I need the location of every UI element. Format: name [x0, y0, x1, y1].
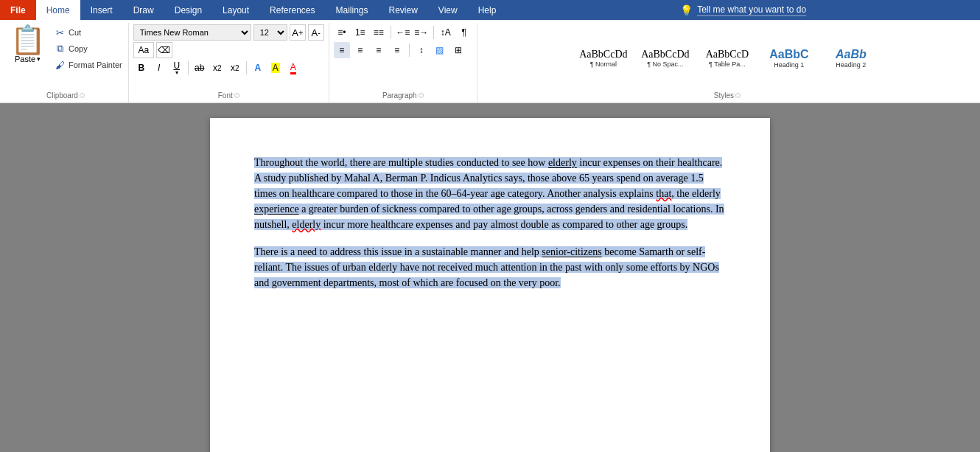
increase-indent-button[interactable]: ≡→	[413, 24, 430, 41]
word-experience: experience	[254, 204, 299, 215]
paragraph-group-label: Paragraph ⬡	[334, 91, 472, 101]
document-page[interactable]: Throughout the world, there are multiple…	[210, 118, 770, 452]
text-highlight-button[interactable]: A	[267, 60, 284, 76]
align-center-button[interactable]: ≡	[352, 42, 368, 58]
line-spacing-button[interactable]: ↕	[413, 42, 430, 58]
document-area[interactable]: Throughout the world, there are multiple…	[0, 103, 980, 452]
tab-references[interactable]: References	[259, 0, 325, 20]
shading-button[interactable]: ▨	[432, 42, 448, 58]
styles-group-label: Styles ⬡	[482, 91, 973, 101]
paragraph-1[interactable]: Throughout the world, there are multiple…	[254, 155, 726, 232]
style-normal[interactable]: AaBbCcDd ¶ Normal	[574, 46, 633, 70]
show-marks-button[interactable]: ¶	[456, 24, 472, 41]
format-separator2	[246, 61, 247, 74]
cut-label: Cut	[69, 28, 81, 37]
style-table-preview: AaBbCcD	[706, 49, 749, 60]
tab-design[interactable]: Design	[164, 0, 212, 20]
style-h2-label: Heading 2	[836, 61, 866, 69]
format-separator	[188, 61, 189, 74]
copy-button[interactable]: ⧉ Copy	[52, 41, 124, 57]
style-table-paragraph[interactable]: AaBbCcD ¶ Table Pa...	[698, 46, 757, 70]
styles-group: AaBbCcDd ¶ Normal AaBbCcDd ¶ No Spac... …	[477, 23, 977, 102]
italic-button[interactable]: I	[151, 60, 167, 76]
font-format-row: B I U ▾ ab x2 x2 A A A	[133, 60, 301, 76]
strikethrough-button[interactable]: ab	[192, 60, 208, 76]
copy-icon: ⧉	[54, 43, 66, 55]
tab-layout[interactable]: Layout	[212, 0, 259, 20]
font-name-row: Times New Roman 12 A+ A-	[133, 24, 324, 41]
clipboard-group-label: Clipboard ⬡	[7, 91, 124, 101]
underline-dropdown[interactable]: ▾	[175, 69, 178, 76]
paragraph-row2: ≡ ≡ ≡ ≡ ↕ ▨ ⊞	[334, 42, 466, 58]
font-options-row: Aa ⌫	[133, 42, 172, 58]
underline-button[interactable]: U ▾	[169, 60, 185, 76]
paste-label: Paste	[15, 55, 35, 63]
tab-draw[interactable]: Draw	[123, 0, 164, 20]
tab-mailings[interactable]: Mailings	[325, 0, 378, 20]
font-shrink-button[interactable]: A-	[308, 24, 324, 41]
tab-help[interactable]: Help	[468, 0, 507, 20]
tab-view[interactable]: View	[428, 0, 468, 20]
para-sep1	[391, 26, 391, 39]
font-group-label: Font ⬡	[133, 91, 324, 101]
bullets-button[interactable]: ≡•	[334, 24, 350, 41]
style-no-space-label: ¶ No Spac...	[647, 60, 683, 68]
font-name-select[interactable]: Times New Roman	[133, 24, 251, 41]
style-h2-preview: AaBb	[836, 48, 867, 61]
style-table-label: ¶ Table Pa...	[709, 60, 746, 68]
tab-file[interactable]: File	[0, 0, 36, 20]
style-h1-preview: AaBbC	[769, 48, 808, 61]
style-no-space[interactable]: AaBbCcDd ¶ No Spac...	[636, 46, 695, 70]
copy-label: Copy	[69, 44, 88, 53]
bold-button[interactable]: B	[133, 60, 150, 76]
style-normal-label: ¶ Normal	[590, 60, 617, 68]
word-senior-citizens: senior-citizens	[542, 246, 601, 257]
borders-button[interactable]: ⊞	[450, 42, 466, 58]
style-normal-preview: AaBbCcDd	[579, 49, 627, 60]
font-color-button[interactable]: A	[285, 60, 301, 76]
cut-icon: ✂	[54, 27, 66, 38]
clear-formatting-button[interactable]: ⌫	[156, 42, 172, 58]
text-effects-button[interactable]: A	[250, 60, 266, 76]
font-group: Times New Roman 12 A+ A- Aa ⌫ B I U	[129, 23, 329, 102]
paste-button[interactable]: 📋 Paste ▾	[7, 24, 48, 65]
subscript-button[interactable]: x2	[209, 60, 225, 76]
paragraph-2[interactable]: There is a need to address this issue in…	[254, 244, 726, 291]
styles-expander[interactable]: ⬡	[735, 92, 741, 99]
tab-home[interactable]: Home	[36, 0, 80, 20]
decrease-indent-button[interactable]: ←≡	[395, 24, 411, 41]
tab-review[interactable]: Review	[379, 0, 428, 20]
font-case-button[interactable]: Aa	[133, 42, 154, 58]
font-size-select[interactable]: 12	[253, 24, 287, 41]
style-heading1[interactable]: AaBbC Heading 1	[760, 46, 819, 71]
ribbon-content: 📋 Paste ▾ ✂ Cut ⧉ Copy	[0, 20, 980, 102]
justify-button[interactable]: ≡	[389, 42, 405, 58]
paste-dropdown-arrow[interactable]: ▾	[37, 55, 41, 63]
sort-button[interactable]: ↕A	[438, 24, 454, 41]
font-grow-button[interactable]: A+	[290, 24, 306, 41]
superscript-button[interactable]: x2	[227, 60, 243, 76]
align-right-button[interactable]: ≡	[371, 42, 387, 58]
clipboard-group: 📋 Paste ▾ ✂ Cut ⧉ Copy	[3, 23, 129, 102]
styles-items: AaBbCcDd ¶ Normal AaBbCcDd ¶ No Spac... …	[574, 24, 881, 91]
tell-me-input[interactable]: Tell me what you want to do	[697, 4, 806, 16]
clipboard-expander[interactable]: ⬡	[80, 92, 85, 99]
document-text[interactable]: Throughout the world, there are multiple…	[254, 155, 726, 291]
align-left-button[interactable]: ≡	[334, 42, 350, 58]
para-sep3	[409, 44, 410, 57]
font-expander[interactable]: ⬡	[234, 92, 239, 99]
paragraph-group: ≡• 1≡ ≡≡ ←≡ ≡→ ↕A ¶ ≡ ≡ ≡ ≡ ↕	[329, 23, 477, 102]
format-painter-button[interactable]: 🖌 Format Painter	[52, 57, 124, 73]
paragraph-expander[interactable]: ⬡	[419, 92, 424, 99]
style-h1-label: Heading 1	[774, 61, 804, 69]
tab-insert[interactable]: Insert	[80, 0, 123, 20]
ribbon-tab-bar: File Home Insert Draw Design Layout Refe…	[0, 0, 980, 20]
numbering-button[interactable]: 1≡	[352, 24, 368, 41]
paragraph-row1: ≡• 1≡ ≡≡ ←≡ ≡→ ↕A ¶	[334, 24, 472, 41]
para-sep2	[433, 26, 434, 39]
cut-button[interactable]: ✂ Cut	[52, 24, 124, 41]
word-elderly-2: elderly	[292, 219, 321, 230]
multilevel-list-button[interactable]: ≡≡	[371, 24, 387, 41]
ribbon: File Home Insert Draw Design Layout Refe…	[0, 0, 980, 103]
style-heading2[interactable]: AaBb Heading 2	[822, 46, 881, 71]
